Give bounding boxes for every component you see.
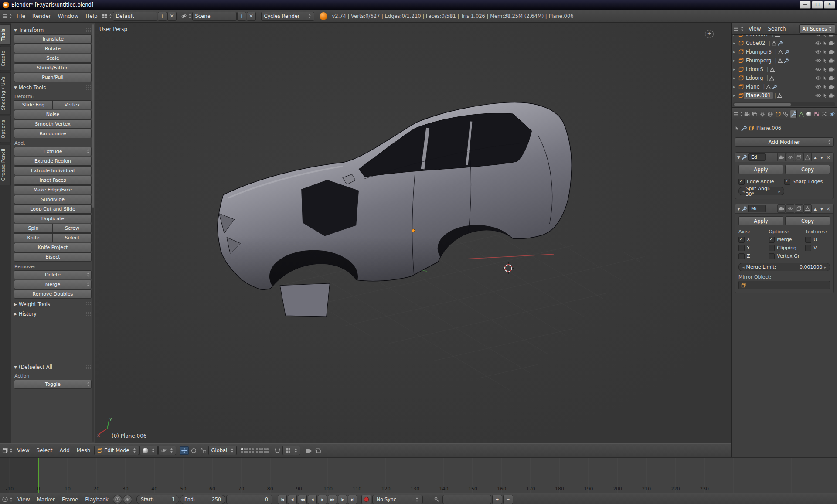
layers-widget-2[interactable] (256, 448, 269, 453)
tool-button[interactable]: Knife (14, 233, 53, 242)
toolshelf-tab[interactable]: Tools (0, 24, 11, 45)
tab-world[interactable] (767, 110, 774, 118)
texture-checkbox[interactable] (805, 245, 811, 251)
outliner-item-label[interactable]: Ldoorg (744, 75, 766, 82)
expand-icon[interactable]: ▸ (733, 35, 738, 37)
tool-button[interactable]: Extrude Region (14, 157, 92, 166)
move-modifier-up-icon[interactable]: ▴ (812, 153, 818, 161)
transport-button[interactable]: ▶ (318, 495, 327, 504)
properties-editor-icon[interactable] (733, 110, 743, 118)
close-button[interactable]: ✕ (824, 1, 835, 9)
texture-checkbox[interactable] (805, 237, 811, 243)
snap-element-dropdown[interactable] (282, 446, 300, 455)
selectable-cursor-icon[interactable] (823, 85, 827, 89)
delete-modifier-icon[interactable]: × (825, 154, 831, 160)
sharp-edges-checkbox[interactable] (784, 179, 790, 185)
outliner-row[interactable]: ▸ FbumperS | (733, 48, 836, 56)
snap-magnet-icon[interactable] (273, 446, 282, 455)
visibility-eye-icon[interactable] (815, 85, 821, 89)
editor-type-icon[interactable] (2, 446, 13, 455)
tab-texture[interactable] (813, 110, 820, 118)
field-left-arrow-icon[interactable]: ◂ (742, 265, 745, 269)
manipulator-translate-icon[interactable] (180, 446, 189, 455)
expand-icon[interactable]: ▸ (733, 93, 738, 98)
tab-scene[interactable] (759, 110, 766, 118)
modifier-editmode-toggle[interactable] (795, 204, 803, 213)
car-wireframe-mesh[interactable] (211, 96, 581, 317)
collapse-icon[interactable]: ▼ (737, 207, 740, 211)
expand-icon[interactable]: ▸ (733, 41, 738, 45)
tab-render[interactable] (743, 110, 751, 118)
tool-button[interactable]: Spin (14, 224, 53, 233)
move-modifier-down-icon[interactable]: ▾ (819, 153, 825, 161)
option-checkbox[interactable] (769, 253, 775, 259)
visibility-eye-icon[interactable] (815, 67, 821, 72)
transport-button[interactable]: ◀◀ (298, 495, 307, 504)
start-frame-field[interactable]: Start: 1 (136, 495, 179, 504)
move-modifier-up-icon[interactable]: ▴ (812, 204, 818, 213)
outliner-menu-item[interactable]: Search (764, 23, 789, 34)
axis-checkbox[interactable] (738, 245, 745, 251)
tab-object[interactable] (774, 110, 782, 118)
modifier-name-field[interactable]: Mi (748, 205, 766, 212)
pivot-point-dropdown[interactable] (158, 446, 176, 455)
info-editor-icon[interactable] (2, 12, 13, 20)
visibility-eye-icon[interactable] (815, 41, 821, 45)
layers-widget[interactable] (241, 448, 254, 453)
tool-button[interactable]: Subdivide (14, 195, 92, 204)
maximize-button[interactable]: ▢ (812, 1, 823, 9)
scene-browse-icon[interactable] (181, 12, 192, 20)
option-checkbox[interactable] (769, 237, 775, 243)
delete-keyframe-button[interactable]: − (503, 495, 513, 504)
renderable-camera-icon[interactable] (829, 58, 835, 63)
toolshelf-tab[interactable]: Shading / UVs (0, 72, 11, 115)
remove-menu-button[interactable]: Merge (14, 280, 92, 289)
renderable-camera-icon[interactable] (829, 93, 835, 98)
expand-icon[interactable]: ▸ (733, 67, 738, 72)
topbar-menu-item[interactable]: Help (82, 10, 101, 22)
modifier-realtime-toggle[interactable] (786, 153, 794, 161)
delete-layout-button[interactable]: ✕ (167, 12, 177, 21)
3d-viewport-canvas[interactable]: User Persp (0) Plane.006 + x y (95, 23, 731, 443)
tool-button[interactable]: Knife Project (14, 243, 92, 252)
panel-drag-icon[interactable] (86, 302, 92, 306)
remove-doubles-button[interactable]: Remove Doubles (14, 289, 92, 299)
transport-button[interactable]: ◀| (288, 495, 297, 504)
panel-header-transform[interactable]: ▼ Transform (14, 26, 92, 34)
panel-header-history[interactable]: ▶ History (14, 310, 92, 318)
renderable-camera-icon[interactable] (829, 76, 835, 80)
copy-button[interactable]: Copy (785, 216, 830, 225)
tab-object-data[interactable] (797, 110, 805, 118)
panel-header-weight-tools[interactable]: ▶ Weight Tools (14, 300, 92, 308)
toolshelf-scrollbar[interactable] (92, 24, 94, 442)
modifier-cage-toggle[interactable] (803, 204, 812, 213)
scene-field[interactable]: Scene (192, 12, 237, 21)
selectable-cursor-icon[interactable] (823, 35, 827, 37)
current-frame-field[interactable]: 0 (226, 495, 272, 504)
visibility-eye-icon[interactable] (815, 50, 821, 54)
extrude-menu-button[interactable]: Extrude (14, 147, 92, 156)
outliner-row[interactable]: ▸ Fbumperg | (733, 56, 836, 65)
axis-checkbox[interactable] (738, 253, 745, 259)
tool-button[interactable]: Randomize (14, 129, 92, 138)
render-engine-dropdown[interactable]: Cycles Render (261, 12, 314, 21)
renderable-camera-icon[interactable] (829, 67, 835, 72)
outliner-editor-icon[interactable] (733, 25, 744, 33)
view3d-menu-item[interactable]: Select (33, 444, 56, 457)
delete-modifier-icon[interactable]: × (825, 206, 831, 212)
tab-physics[interactable] (828, 110, 836, 118)
modifier-header[interactable]: ▼ Ed ▴ ▾ × (735, 153, 833, 162)
selectable-cursor-icon[interactable] (823, 41, 827, 46)
renderable-camera-icon[interactable] (829, 50, 835, 54)
outliner-item-label[interactable]: Cube001 (744, 35, 771, 38)
move-modifier-down-icon[interactable]: ▾ (819, 204, 825, 213)
expand-icon[interactable]: ▸ (733, 85, 738, 89)
panel-drag-icon[interactable] (86, 364, 92, 369)
tool-button[interactable]: Push/Pull (14, 73, 92, 82)
outliner-item-label[interactable]: Cube02 (744, 40, 767, 47)
apply-button[interactable]: Apply (738, 216, 783, 225)
tool-button[interactable]: Noise (14, 110, 92, 119)
modifier-render-toggle[interactable] (777, 204, 786, 213)
expand-icon[interactable]: ▸ (733, 76, 738, 80)
timeline-menu-item[interactable]: Playback (82, 493, 112, 504)
